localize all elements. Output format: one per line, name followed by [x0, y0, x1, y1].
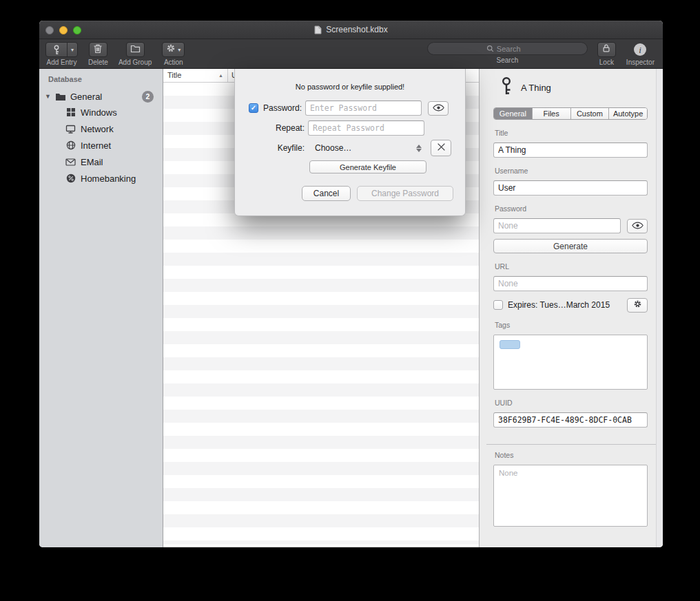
use-password-checkbox[interactable]: ✓ — [249, 103, 258, 113]
inspector-toggle-button[interactable]: i — [632, 42, 648, 57]
key-icon — [46, 43, 67, 56]
generate-keyfile-button[interactable]: Generate Keyfile — [309, 160, 426, 173]
document-icon — [314, 25, 322, 34]
username-label: Username — [495, 167, 646, 175]
password-row — [493, 218, 648, 233]
search-group: Search — [427, 42, 588, 64]
tags-field[interactable] — [493, 335, 648, 390]
password-row: ✓ Password: — [249, 101, 451, 116]
sidebar-item-network[interactable]: Network — [39, 120, 163, 137]
url-label: URL — [495, 262, 646, 271]
gear-icon — [166, 43, 176, 56]
stepper-chevrons-icon — [416, 145, 422, 152]
search-label: Search — [497, 56, 519, 64]
title-field[interactable] — [493, 143, 648, 158]
column-divider[interactable] — [227, 69, 228, 82]
keyfile-row: Keyfile: Choose… — [249, 140, 451, 156]
username-field[interactable] — [493, 180, 648, 196]
column-header-title[interactable]: Title — [167, 71, 181, 79]
lock-group: Lock — [597, 42, 616, 66]
svg-text:i: i — [639, 45, 642, 55]
show-password-button[interactable] — [428, 101, 449, 116]
inspector-group: i Inspector — [626, 42, 655, 66]
expires-options-button[interactable] — [627, 298, 648, 313]
close-button[interactable] — [45, 26, 54, 34]
delete-button[interactable] — [89, 42, 107, 57]
tab-autotype[interactable]: Autotype — [608, 108, 647, 119]
sort-ascending-icon: ▲ — [218, 73, 223, 78]
divider — [486, 444, 656, 445]
toolbar: ▾ Add Entry Delete Add Group — [39, 39, 663, 69]
key-icon — [500, 76, 513, 98]
count-badge: 2 — [142, 91, 154, 103]
dialog-message: No password or keyfile supplied! — [235, 83, 465, 91]
change-password-dialog: No password or keyfile supplied! ✓ Passw… — [234, 69, 466, 216]
minimize-button[interactable] — [59, 26, 68, 34]
title-bar: Screenshot.kdbx — [39, 21, 663, 39]
uuid-label: UUID — [495, 399, 646, 407]
tab-custom[interactable]: Custom — [570, 108, 609, 119]
expires-checkbox[interactable] — [493, 300, 503, 310]
action-label: Action — [164, 59, 183, 66]
group-label: General — [70, 92, 102, 102]
add-entry-button[interactable]: ▾ — [45, 42, 78, 57]
add-entry-label: Add Entry — [47, 59, 77, 66]
action-group: ▾ Action — [162, 42, 185, 66]
inspector-panel: A Thing General Files Custom Autotype Ti… — [479, 69, 663, 547]
tab-files[interactable]: Files — [532, 108, 570, 119]
notes-label: Notes — [495, 451, 646, 459]
sidebar-item-homebanking[interactable]: Homebanking — [39, 170, 163, 187]
eye-icon — [632, 221, 644, 231]
tags-label: Tags — [495, 321, 646, 329]
chevron-down-icon: ▾ — [178, 47, 181, 53]
add-entry-group: ▾ Add Entry — [45, 42, 78, 66]
sidebar: Database ▼ General 2 Windows Networ — [39, 69, 163, 547]
search-input[interactable] — [497, 45, 528, 53]
sidebar-group-general[interactable]: ▼ General 2 — [39, 89, 163, 104]
password-label: Password: — [258, 103, 302, 113]
repeat-password-input[interactable] — [308, 120, 424, 136]
search-field[interactable] — [427, 42, 588, 55]
x-icon — [437, 143, 446, 154]
keyfile-value: Choose… — [315, 143, 351, 153]
sidebar-item-internet[interactable]: Internet — [39, 137, 163, 154]
uuid-field[interactable] — [493, 412, 648, 428]
windows-icon — [65, 107, 76, 117]
change-password-button[interactable]: Change Password — [357, 186, 453, 201]
sidebar-item-windows[interactable]: Windows — [39, 104, 163, 120]
show-password-button[interactable] — [627, 219, 648, 233]
trash-icon — [93, 43, 103, 56]
url-field[interactable] — [493, 276, 648, 291]
keyfile-dropdown[interactable]: Choose… — [308, 140, 424, 156]
lock-label: Lock — [599, 59, 614, 66]
password-field[interactable] — [493, 218, 621, 233]
app-window: Screenshot.kdbx ▾ Add Entry Delete — [39, 21, 663, 547]
tag-token[interactable] — [500, 340, 520, 349]
percent-icon — [65, 173, 76, 183]
generate-password-button[interactable]: Generate — [493, 239, 648, 253]
sidebar-item-email[interactable]: EMail — [39, 154, 163, 170]
magnifier-icon — [486, 43, 494, 55]
add-group-group: Add Group — [119, 42, 152, 66]
lock-button[interactable] — [597, 42, 616, 57]
inspector-scrollbar[interactable] — [656, 69, 663, 547]
repeat-label: Repeat: — [249, 123, 305, 133]
tab-general[interactable]: General — [494, 108, 532, 119]
cancel-button[interactable]: Cancel — [302, 186, 351, 201]
password-input[interactable] — [305, 101, 422, 116]
action-button[interactable]: ▾ — [162, 42, 185, 57]
eye-icon — [433, 103, 444, 114]
zoom-button[interactable] — [73, 26, 81, 34]
envelope-icon — [65, 158, 76, 166]
add-group-button[interactable] — [126, 42, 145, 57]
add-entry-dropdown-arrow[interactable]: ▾ — [67, 43, 77, 56]
keyfile-label: Keyfile: — [249, 143, 305, 153]
notes-field[interactable] — [493, 465, 648, 527]
folder-icon — [130, 43, 141, 56]
delete-label: Delete — [88, 59, 108, 66]
password-label: Password — [495, 204, 646, 213]
sidebar-header: Database — [39, 75, 163, 83]
clear-keyfile-button[interactable] — [431, 140, 451, 156]
disclosure-triangle-icon[interactable]: ▼ — [45, 93, 54, 100]
folder-icon — [54, 92, 66, 101]
